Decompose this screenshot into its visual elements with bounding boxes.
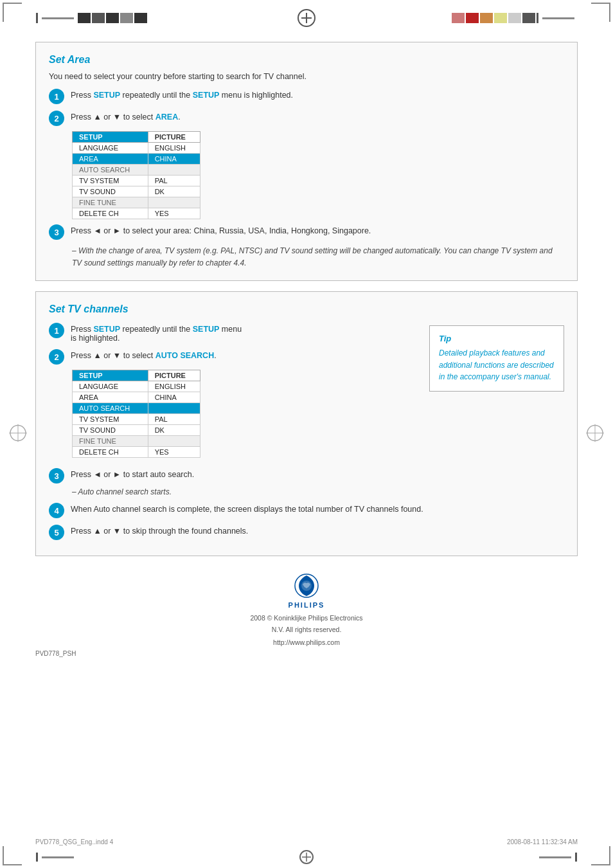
tv-menu2-row-tv-sound: TV SOUND DK (73, 425, 200, 436)
step2-tv-channels: 2 Press ▲ or ▼ to select AUTO SEARCH. (49, 349, 419, 365)
step1-set-area: 1 Press SETUP repeatedly until the SETUP… (49, 89, 564, 104)
step1-tv-circle: 1 (49, 323, 64, 338)
footer-url: http://www.philips.com (273, 638, 340, 646)
tv-menu-cell: LANGUAGE (73, 143, 148, 154)
step2-text: Press ▲ or ▼ to select AREA. (71, 111, 181, 122)
bottom-deco-h-right (539, 856, 571, 858)
tv-menu2-cell: YES (148, 447, 200, 458)
corner-mark-br (591, 846, 610, 865)
tv-menu2-cell: AREA (73, 392, 148, 403)
bottom-center-crosshair (299, 850, 314, 864)
tv-menu-cell: ENGLISH (148, 143, 200, 154)
bottom-deco-bar (0, 846, 613, 868)
step2-set-area: 2 Press ▲ or ▼ to select AREA. (49, 111, 564, 126)
tv-menu-row-delete-ch: DELETE CH YES (73, 208, 200, 219)
set-area-intro: You need to select your country before s… (49, 72, 564, 81)
deco-line-left (36, 13, 38, 23)
corner-mark-tl (3, 3, 22, 22)
step3-tv-circle: 3 (49, 468, 64, 484)
keyword-auto-search: AUTO SEARCH (155, 351, 214, 360)
tv-menu2-col-setup: SETUP (73, 370, 148, 381)
deco-seg-dark1 (522, 13, 535, 23)
step2-tv-text: Press ▲ or ▼ to select AUTO SEARCH. (71, 349, 217, 360)
tv-menu2-row-area: AREA CHINA (73, 392, 200, 403)
section2-body: 1 Press SETUP repeatedly until the SETUP… (49, 323, 564, 463)
tv-menu-header: SETUP PICTURE (73, 132, 200, 143)
deco-seg-yellow (494, 13, 507, 23)
deco-seg (78, 13, 91, 23)
step5-tv-circle: 5 (49, 525, 64, 540)
tip-text: Detailed playback features and additiona… (439, 347, 555, 383)
footer-model: PVD778_PSH (35, 650, 76, 657)
step4-tv-circle: 4 (49, 503, 64, 518)
step2-tv-circle: 2 (49, 349, 64, 365)
tv-menu2-cell: FINE TUNE (73, 436, 148, 447)
tv-menu-1: SETUP PICTURE LANGUAGE ENGLISH AREA CHIN… (72, 131, 200, 219)
keyword-setup1: SETUP (93, 91, 120, 100)
tv-menu-cell-highlighted: AREA (73, 154, 148, 165)
deco-seg-orange (480, 13, 493, 23)
tv-menu2-cell: DK (148, 425, 200, 436)
tv-menu-cell: TV SOUND (73, 186, 148, 197)
tv-menu-row-language: LANGUAGE ENGLISH (73, 143, 200, 154)
tv-menu-row-tv-system: TV SYSTEM PAL (73, 176, 200, 186)
step4-tv-channels: 4 When Auto channel search is complete, … (49, 503, 564, 518)
deco-blocks-left (36, 13, 147, 23)
bottom-deco-left (36, 853, 76, 862)
tv-menu2-cell: DELETE CH (73, 447, 148, 458)
bottom-deco-right (537, 853, 577, 862)
step5-tv-text: Press ▲ or ▼ to skip through the found c… (71, 525, 248, 536)
keyword-setup-tv2: SETUP (193, 325, 220, 334)
file-info-bar: PVD778_QSG_Eng..indd 4 2008-08-11 11:32:… (35, 838, 578, 845)
tv-menu-row-area: AREA CHINA (73, 154, 200, 165)
tv-menu-row-fine-tune: FINE TUNE (73, 197, 200, 208)
tv-menu-cell: DELETE CH (73, 208, 148, 219)
philips-name: PHILIPS (289, 601, 325, 609)
step4-tv-text: When Auto channel search is complete, th… (71, 503, 423, 514)
tip-container: Tip Detailed playback features and addit… (429, 323, 564, 463)
bottom-crosshair-circle (299, 850, 314, 864)
tv-menu2-row-delete-ch: DELETE CH YES (73, 447, 200, 458)
step1-text: Press SETUP repeatedly until the SETUP m… (71, 89, 293, 100)
footer: PHILIPS 2008 © Koninklijke Philips Elect… (35, 566, 578, 657)
crosshair-circle (298, 9, 315, 27)
tv-menu2-cell (148, 436, 200, 447)
deco-seg (134, 13, 147, 23)
auto-search-note: – Auto channel search starts. (72, 487, 564, 496)
tv-menu-col-picture: PICTURE (148, 132, 200, 143)
step3-tv-channels: 3 Press ◄ or ► to start auto search. (49, 468, 564, 484)
tip-title: Tip (439, 334, 555, 343)
set-area-section: Set Area You need to select your country… (35, 42, 578, 281)
crosshair-icon (300, 12, 313, 24)
tv-menu-cell: FINE TUNE (73, 197, 148, 208)
bottom-deco-h (42, 856, 74, 858)
tv-menu2-cell: LANGUAGE (73, 381, 148, 392)
step3-set-area: 3 Press ◄ or ► to select your area: Chin… (49, 224, 564, 240)
footer-bottom-row: PVD778_PSH (35, 650, 578, 657)
corner-mark-bl (3, 846, 22, 865)
bottom-crosshair-icon (301, 852, 312, 862)
footer-copyright: 2008 © Koninklijke Philips ElectronicsN.… (250, 613, 362, 636)
tv-menu-row-auto-search: AUTO SEARCH (73, 165, 200, 176)
step1-tv-channels: 1 Press SETUP repeatedly until the SETUP… (49, 323, 419, 343)
corner-mark-tr (591, 3, 610, 22)
reg-mark-left (9, 424, 27, 444)
bottom-deco-line-right (575, 853, 577, 862)
tv-menu2-cell-highlighted: AUTO SEARCH (73, 403, 148, 414)
main-content: Set Area You need to select your country… (35, 42, 578, 823)
tv-menu-cell-highlighted: CHINA (148, 154, 200, 165)
tv-menu-2: SETUP PICTURE LANGUAGE ENGLISH AREA CHIN… (72, 370, 200, 458)
tv-menu-cell: YES (148, 208, 200, 219)
tv-menu2-cell: TV SOUND (73, 425, 148, 436)
section2-steps: 1 Press SETUP repeatedly until the SETUP… (49, 323, 419, 463)
tv-menu2-row-fine-tune: FINE TUNE (73, 436, 200, 447)
file-info-left: PVD778_QSG_Eng..indd 4 (35, 838, 113, 845)
step1-tv-text: Press SETUP repeatedly until the SETUP m… (71, 323, 242, 343)
tv-menu2-cell: PAL (148, 414, 200, 425)
file-info-right: 2008-08-11 11:32:34 AM (507, 838, 578, 845)
keyword-setup-tv1: SETUP (93, 325, 120, 334)
tv-menu-cell (148, 165, 200, 176)
tv-menu2-row-language: LANGUAGE ENGLISH (73, 381, 200, 392)
tv-menu2-cell-highlighted (148, 403, 200, 414)
deco-seg (120, 13, 133, 23)
